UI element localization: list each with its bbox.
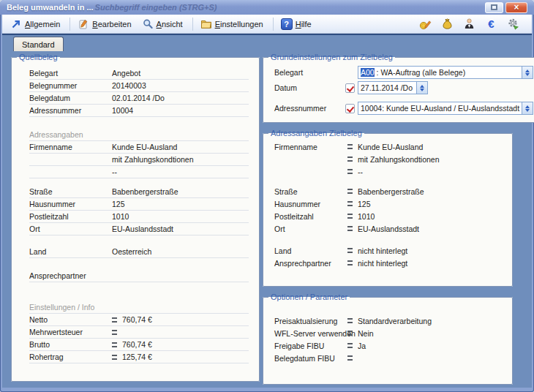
field-value: Babenbergerstraße xyxy=(112,187,249,196)
field-value: nicht hinterlegt xyxy=(358,246,505,255)
menu-item-einstellungen[interactable]: Einstellungen xyxy=(198,17,268,31)
group-adressangaben-zielbeleg: Adressangaben Zielbeleg Firmenname Kunde… xyxy=(263,129,513,287)
field-label: Netto xyxy=(29,315,112,324)
adressnummer-combobox[interactable]: 10004: Kunde EU-Ausland / EU-Auslandssta… xyxy=(358,102,533,115)
datum-spinner-button[interactable] xyxy=(416,81,428,94)
name-rows: Firmenname Kunde EU-Ausland mit Zahlungs… xyxy=(274,140,505,178)
belegart-combobox[interactable]: A00 : WA-Auftrag (alle Belege) xyxy=(358,66,533,79)
info-rows: Netto 760,74 € Mehrwertsteuer Brutto xyxy=(29,314,249,363)
partner-rows: Ansprechpartner xyxy=(29,270,249,282)
field-label: Postleitzahl xyxy=(274,212,347,221)
field-row: Belegdatum 02.01.2014 /Do xyxy=(29,92,249,105)
field-row: Rohertrag 125,74 € xyxy=(29,351,249,363)
field-row: -- xyxy=(29,166,249,178)
misc-rows: Land nicht hinterlegt Ansprechpartner ni… xyxy=(274,244,505,269)
adressnummer-row: Adressnummer 10004: Kunde EU-Ausland / E… xyxy=(274,102,533,115)
gear-sync-icon[interactable] xyxy=(507,18,519,30)
menu-separator xyxy=(69,18,70,31)
menu-item-bearbeiten[interactable]: Bearbeiten xyxy=(75,17,136,31)
field-value: -- xyxy=(358,167,505,176)
field-value: 1010 xyxy=(358,212,505,221)
field-value: 125 xyxy=(112,200,249,208)
dialog-body: Standard Quellbeleg Belegart Angebot Bel… xyxy=(2,35,532,388)
folder-icon xyxy=(200,18,212,30)
equals-icon xyxy=(347,226,353,231)
euro-icon[interactable]: € xyxy=(485,18,497,30)
field-row: -- xyxy=(274,165,505,178)
adressnummer-value: 10004: Kunde EU-Ausland / EU-Auslandssta… xyxy=(358,102,522,115)
field-value: Ja xyxy=(358,342,505,350)
belegart-combobox-text: A00 : WA-Auftrag (alle Belege) xyxy=(358,66,522,79)
field-row: WFL-Server verwenden Nein xyxy=(274,327,505,339)
menu-item-ansicht[interactable]: Ansicht xyxy=(139,17,188,31)
close-button[interactable]: × xyxy=(505,2,527,13)
belegart-spinner-button[interactable] xyxy=(522,66,533,79)
equals-icon xyxy=(347,157,353,162)
doc-rows: Belegart Angebot Belegnummer 20140003 Be… xyxy=(29,67,249,117)
field-row: Ort EU-Auslandsstadt xyxy=(274,222,505,235)
street-rows: Straße Babenbergerstraße Hausnummer 125 xyxy=(274,185,505,235)
money-bag-icon[interactable] xyxy=(441,18,454,30)
field-label: Ort xyxy=(29,225,112,233)
datum-checkbox[interactable] xyxy=(345,83,355,93)
menu-item-allgemein[interactable]: Allgemein xyxy=(7,17,65,31)
field-label: Preisaktualsierung xyxy=(274,317,347,325)
field-row: Belegdatum FIBU xyxy=(274,352,505,364)
edit-note-icon xyxy=(78,18,89,30)
menu-item-hilfe[interactable]: ? Hilfe xyxy=(278,17,317,31)
equals-icon xyxy=(347,214,353,219)
dialog-window: Beleg umwandeln in ... Suchbegriff einge… xyxy=(0,0,534,392)
edit-coin-icon[interactable] xyxy=(419,18,432,30)
field-label: Firmenname xyxy=(29,143,112,151)
tab-standard[interactable]: Standard xyxy=(13,37,64,51)
menu-separator xyxy=(273,18,274,31)
field-row: Land Oesterreich xyxy=(29,246,249,258)
field-value: Standardverarbeitung xyxy=(358,317,505,325)
equals-icon xyxy=(347,144,353,149)
adressnummer-checkbox[interactable] xyxy=(345,104,355,113)
section-header-adressangaben: Adressangaben xyxy=(29,129,249,141)
field-row: Belegart Angebot xyxy=(29,67,249,80)
field-value: Oesterreich xyxy=(112,247,249,256)
field-row: Firmenname Kunde EU-Ausland xyxy=(274,140,505,153)
window-controls: × xyxy=(485,2,527,13)
belegart-row: Belegart A00 : WA-Auftrag (alle Belege) xyxy=(274,66,533,79)
group-quellbeleg: Quellbeleg Belegart Angebot Belegnummer … xyxy=(11,53,260,382)
maximize-button[interactable] xyxy=(485,2,503,13)
tab-label: Standard xyxy=(22,40,55,49)
group-legend: Optionen / Parameter xyxy=(268,293,350,301)
magnifier-icon xyxy=(142,18,154,30)
equals-icon xyxy=(347,331,353,336)
search-hint-text: Suchbegriff eingeben (STRG+S) xyxy=(95,3,217,12)
field-label: Brutto xyxy=(29,340,112,349)
adressnummer-spinner-button[interactable] xyxy=(522,102,533,115)
equals-icon xyxy=(347,248,353,253)
field-row: Hausnummer 125 xyxy=(274,197,505,210)
field-value: 20140003 xyxy=(112,81,249,90)
selected-code: A00 xyxy=(361,68,375,77)
field-row: mit Zahlungskondtionen xyxy=(29,154,249,166)
menubar: Allgemein Bearbeiten Ansicht xyxy=(2,15,532,34)
field-row: Mehrwertsteuer xyxy=(29,326,249,339)
group-grundeinstellungen: Grundeinstellungen zum Zielbeleg Belegar… xyxy=(263,53,534,123)
field-row: Land nicht hinterlegt xyxy=(274,244,505,257)
field-row: Ort EU-Auslandsstadt xyxy=(29,223,249,235)
datum-value: 27.11.2014 /Do xyxy=(358,81,416,94)
window-title: Beleg umwandeln in ... xyxy=(7,3,94,12)
field-value: mit Zahlungskondtionen xyxy=(358,155,505,164)
field-row: Netto 760,74 € xyxy=(29,314,249,326)
titlebar[interactable]: Beleg umwandeln in ... Suchbegriff einge… xyxy=(0,0,534,15)
field-value: mit Zahlungskondtionen xyxy=(112,155,249,164)
menu-label: Einstellungen xyxy=(215,20,263,29)
street-rows: Straße Babenbergerstraße Hausnummer 125 … xyxy=(29,186,249,235)
field-row: Ansprechpartner xyxy=(29,270,249,282)
menu-label: Ansicht xyxy=(157,20,183,29)
field-row: Hausnummer 125 xyxy=(29,198,249,211)
field-label: Postleitzahl xyxy=(29,212,112,221)
equals-icon xyxy=(347,189,353,194)
field-label: Adressnummer xyxy=(274,104,345,113)
datum-datepicker[interactable]: 27.11.2014 /Do xyxy=(358,81,428,94)
equals-icon xyxy=(347,169,353,174)
field-value: Babenbergerstraße xyxy=(358,187,505,196)
contact-person-icon[interactable] xyxy=(463,18,475,30)
